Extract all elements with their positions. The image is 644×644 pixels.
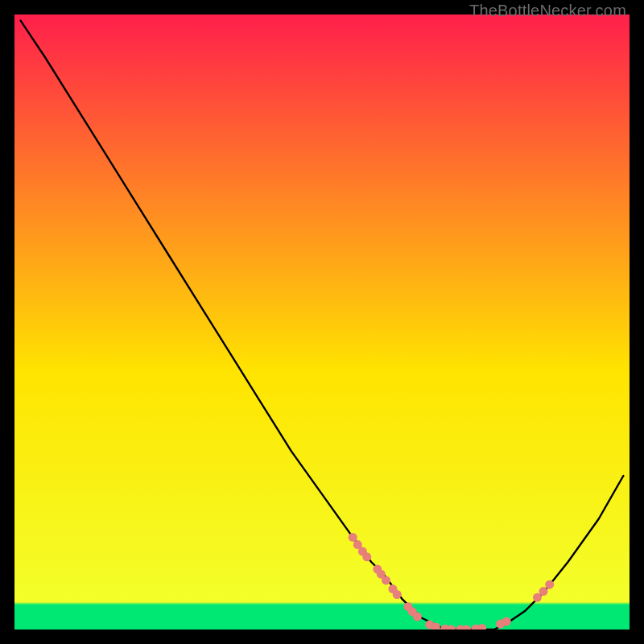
marker-dot [382, 576, 390, 584]
marker-dot [362, 552, 371, 561]
gradient-background [14, 14, 630, 630]
marker-dot [539, 587, 548, 596]
bottleneck-chart [14, 14, 630, 630]
marker-dot [502, 617, 511, 626]
marker-dot [413, 613, 422, 621]
marker-dot [545, 580, 554, 589]
marker-dot [393, 590, 402, 599]
marker-dot [349, 533, 357, 542]
chart-frame [14, 14, 630, 630]
watermark-text: TheBottleNecker.com [469, 2, 626, 20]
